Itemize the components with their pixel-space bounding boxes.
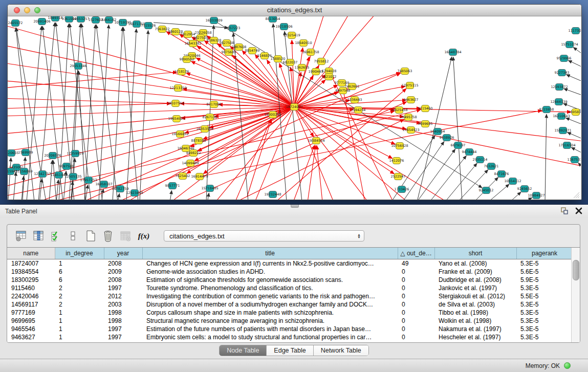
graph-node-teal[interactable]: 1117304 bbox=[569, 28, 581, 34]
graph-node-teal[interactable]: 16648784 bbox=[444, 49, 461, 56]
graph-node-teal[interactable]: 11156869 bbox=[15, 168, 32, 175]
graph-edge[interactable] bbox=[294, 107, 571, 112]
graph-edge[interactable] bbox=[430, 156, 466, 200]
graph-node-teal[interactable]: 2935114 bbox=[473, 157, 488, 163]
graph-node-teal[interactable]: 7857223 bbox=[226, 25, 241, 32]
graph-node-teal[interactable]: 9245012 bbox=[479, 187, 494, 194]
graph-node-yellow[interactable]: 8878334 bbox=[191, 138, 206, 144]
graph-node-teal[interactable]: 16958107 bbox=[95, 181, 112, 188]
graph-edge[interactable] bbox=[294, 107, 412, 200]
graph-node-teal[interactable]: 9938926 bbox=[440, 135, 454, 141]
table-row[interactable]: 977716911998Corpus callosum shape and si… bbox=[7, 309, 573, 317]
graph-node-yellow[interactable]: 18640910 bbox=[295, 40, 312, 47]
graph-node-yellow[interactable]: 1595838 bbox=[569, 109, 581, 116]
graph-node-yellow[interactable]: 19654925 bbox=[168, 116, 185, 122]
graph-node-yellow[interactable]: 7563822 bbox=[155, 26, 170, 33]
table-scrollbar-thumb[interactable] bbox=[573, 260, 579, 280]
graph-node-yellow[interactable]: 10756928 bbox=[391, 143, 408, 149]
graph-node-yellow[interactable]: 10025458 bbox=[390, 107, 407, 114]
graph-node-yellow[interactable]: 2336443 bbox=[347, 97, 362, 103]
graph-edge[interactable] bbox=[294, 107, 453, 200]
table-settings-icon[interactable] bbox=[14, 229, 28, 243]
graph-edge[interactable] bbox=[292, 145, 315, 200]
network-canvas[interactable]: 2405572206914061849314936150410653257152… bbox=[8, 16, 581, 200]
tab-edge-table[interactable]: Edge Table bbox=[267, 345, 313, 356]
graph-edge[interactable] bbox=[568, 60, 581, 68]
graph-node-teal[interactable]: 9857771 bbox=[165, 183, 180, 189]
graph-node-teal[interactable]: 12505135 bbox=[64, 173, 81, 180]
graph-node-yellow[interactable]: 16914479 bbox=[191, 173, 208, 180]
graph-edge[interactable] bbox=[13, 172, 16, 200]
graph-node-yellow[interactable]: 1362615 bbox=[295, 64, 310, 71]
graph-edge[interactable] bbox=[99, 25, 108, 200]
graph-node-teal[interactable]: 19218506 bbox=[275, 24, 292, 30]
tab-node-table[interactable]: Node Table bbox=[220, 345, 267, 356]
graph-node-yellow[interactable]: 8317006 bbox=[207, 101, 222, 108]
column-header-out_de[interactable]: △ out_de… bbox=[398, 248, 434, 259]
graph-node-yellow[interactable]: 9146821 bbox=[257, 53, 272, 59]
graph-edge[interactable] bbox=[453, 57, 462, 200]
column-chooser-icon[interactable] bbox=[32, 229, 45, 243]
graph-edge[interactable] bbox=[417, 149, 455, 200]
graph-edge[interactable] bbox=[49, 160, 52, 200]
graph-node-teal[interactable]: 6679197 bbox=[451, 142, 466, 149]
table-scrollbar[interactable] bbox=[571, 248, 580, 342]
graph-node-teal[interactable]: 10984927 bbox=[528, 192, 545, 199]
graph-node-yellow[interactable]: 16543382 bbox=[184, 40, 201, 47]
graph-edge[interactable] bbox=[113, 27, 122, 200]
table-row[interactable]: 911546021997Tourette syndrome. Phenomeno… bbox=[7, 284, 573, 292]
graph-node-teal[interactable]: 10654112 bbox=[504, 178, 521, 185]
graph-node-yellow[interactable]: 1621072 bbox=[322, 74, 337, 80]
graph-edge[interactable] bbox=[510, 192, 521, 200]
tab-network-table[interactable]: Network Table bbox=[314, 345, 368, 356]
table-row[interactable]: 969969511998Structural magnetic resonanc… bbox=[7, 317, 573, 325]
graph-node-yellow[interactable]: 12975115 bbox=[401, 82, 418, 89]
graph-edge[interactable] bbox=[206, 25, 214, 200]
graph-node-teal[interactable]: 15718485 bbox=[201, 185, 218, 192]
new-table-icon[interactable] bbox=[84, 229, 97, 243]
function-builder-icon[interactable]: f(x) bbox=[136, 229, 151, 243]
clear-selection-icon[interactable] bbox=[67, 229, 80, 243]
graph-node-yellow[interactable]: 18107554 bbox=[167, 100, 184, 107]
graph-node-yellow[interactable]: 7625402 bbox=[176, 173, 190, 180]
table-row[interactable]: 1872400712008Changes of HCN gene express… bbox=[7, 259, 573, 268]
graph-node-yellow[interactable]: 9699695 bbox=[418, 121, 433, 127]
graph-node-teal[interactable]: 16033809 bbox=[205, 17, 222, 24]
float-panel-icon[interactable] bbox=[560, 207, 569, 215]
graph-edge[interactable] bbox=[126, 29, 136, 200]
graph-node-yellow[interactable]: 7955812 bbox=[314, 58, 329, 65]
table-row[interactable]: 946362711997Embryonic stem cells: a mode… bbox=[7, 333, 573, 341]
column-header-pagerank[interactable]: pagerank bbox=[516, 248, 573, 259]
graph-edge[interactable] bbox=[8, 158, 11, 200]
select-all-icon[interactable] bbox=[49, 229, 62, 243]
column-header-name[interactable]: name bbox=[7, 248, 55, 259]
graph-edge[interactable] bbox=[573, 47, 581, 55]
graph-node-teal[interactable]: 7632621 bbox=[484, 163, 499, 170]
graph-node-teal[interactable]: 17016504 bbox=[558, 142, 575, 149]
graph-edge[interactable] bbox=[525, 198, 532, 200]
table-row[interactable]: 2242004622012Investigating the contribut… bbox=[7, 292, 573, 300]
table-row[interactable]: 1456911722003Disruption of a novel membe… bbox=[7, 300, 573, 309]
graph-node-teal[interactable]: 12342757 bbox=[34, 171, 51, 178]
graph-edge[interactable] bbox=[8, 111, 395, 196]
graph-edge[interactable] bbox=[56, 180, 58, 200]
graph-node-teal[interactable]: 9097588 bbox=[59, 163, 74, 170]
graph-edge[interactable] bbox=[96, 25, 118, 200]
graph-edge[interactable] bbox=[566, 75, 581, 82]
graph-node-yellow[interactable]: 2522547 bbox=[391, 173, 406, 180]
citation-graph[interactable]: 2405572206914061849314936150410653257152… bbox=[8, 16, 581, 200]
graph-node-yellow[interactable]: 12325419 bbox=[283, 32, 300, 39]
table-selector-dropdown[interactable]: citations_edges.txt▲▼ bbox=[164, 230, 364, 242]
graph-node-teal[interactable]: 1167533 bbox=[568, 157, 581, 163]
graph-node-yellow[interactable]: 1990443 bbox=[309, 69, 323, 75]
graph-node-teal[interactable]: 9245652 bbox=[517, 186, 532, 192]
graph-node-teal[interactable]: 1733426 bbox=[395, 186, 409, 193]
graph-node-teal[interactable]: 9474444 bbox=[462, 149, 477, 156]
graph-edge[interactable] bbox=[563, 89, 581, 96]
graph-node-teal[interactable]: 15751074 bbox=[561, 41, 578, 48]
graph-node-teal[interactable]: 20206576 bbox=[44, 152, 61, 159]
column-header-year[interactable]: year bbox=[104, 248, 142, 259]
network-window-titlebar[interactable]: citations_edges.txt bbox=[8, 5, 581, 16]
graph-node-teal[interactable]: 2405572 bbox=[8, 20, 23, 27]
graph-edge[interactable] bbox=[458, 170, 488, 200]
